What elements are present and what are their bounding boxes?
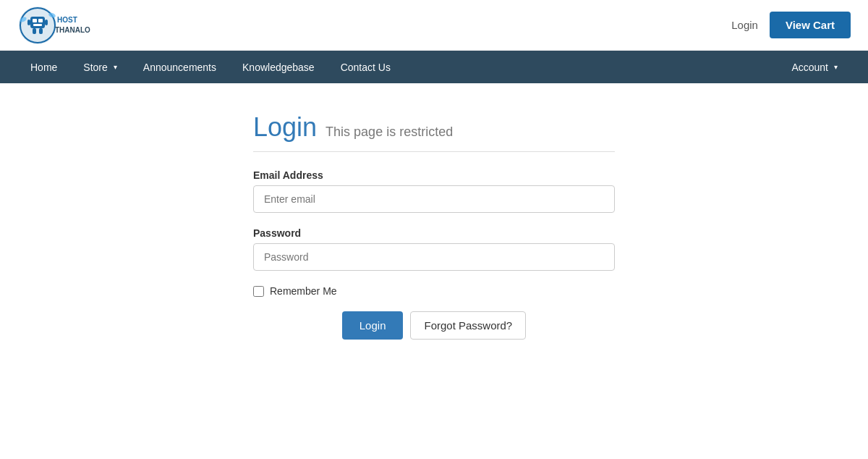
email-form-group: Email Address xyxy=(253,169,615,213)
svg-text:HOST: HOST xyxy=(57,16,77,24)
login-button[interactable]: Login xyxy=(342,311,404,340)
password-form-group: Password xyxy=(253,227,615,271)
nav-right: Account ▾ xyxy=(778,51,851,83)
password-input[interactable] xyxy=(253,243,615,271)
top-bar: HOST THANALO Login View Cart xyxy=(0,0,868,51)
nav-left: Home Store ▾ Announcements Knowledgebase… xyxy=(17,51,404,83)
email-label: Email Address xyxy=(253,169,615,181)
svg-text:THANALO: THANALO xyxy=(55,26,90,34)
remember-me-checkbox[interactable] xyxy=(253,286,264,297)
svg-rect-5 xyxy=(33,24,42,26)
login-form-container: Login This page is restricted Email Addr… xyxy=(253,112,615,340)
login-title: Login xyxy=(253,112,317,143)
top-bar-right: Login View Cart xyxy=(731,12,851,38)
remember-me-row: Remember Me xyxy=(253,285,615,297)
password-label: Password xyxy=(253,227,615,239)
nav-item-announcements[interactable]: Announcements xyxy=(130,51,229,83)
svg-rect-3 xyxy=(33,19,37,22)
site-logo: HOST THANALO xyxy=(17,5,97,45)
svg-rect-6 xyxy=(27,20,30,25)
svg-rect-8 xyxy=(33,28,36,34)
store-chevron-icon: ▾ xyxy=(114,63,117,71)
heading-divider xyxy=(253,151,615,152)
svg-rect-2 xyxy=(30,17,45,28)
account-chevron-icon: ▾ xyxy=(834,63,838,71)
nav-item-store[interactable]: Store ▾ xyxy=(70,51,129,83)
nav-item-account[interactable]: Account ▾ xyxy=(778,51,851,83)
svg-rect-4 xyxy=(38,19,43,22)
svg-rect-7 xyxy=(45,20,48,25)
nav-item-contact-us[interactable]: Contact Us xyxy=(328,51,404,83)
view-cart-button[interactable]: View Cart xyxy=(770,12,851,38)
remember-me-label[interactable]: Remember Me xyxy=(270,285,337,297)
logo-area: HOST THANALO xyxy=(17,5,97,45)
nav-item-home[interactable]: Home xyxy=(17,51,70,83)
forgot-password-button[interactable]: Forgot Password? xyxy=(410,311,526,340)
form-actions: Login Forgot Password? xyxy=(253,311,615,340)
svg-rect-9 xyxy=(39,28,43,34)
login-heading: Login This page is restricted xyxy=(253,112,615,143)
login-subtitle: This page is restricted xyxy=(326,125,453,140)
nav-bar: Home Store ▾ Announcements Knowledgebase… xyxy=(0,51,868,83)
main-content: Login This page is restricted Email Addr… xyxy=(0,83,868,369)
email-input[interactable] xyxy=(253,185,615,213)
login-link[interactable]: Login xyxy=(731,19,758,31)
nav-item-knowledgebase[interactable]: Knowledgebase xyxy=(229,51,328,83)
